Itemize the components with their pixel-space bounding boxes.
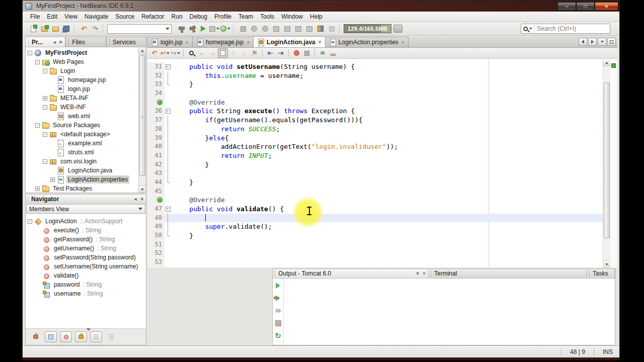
navigator-root-class[interactable]: -LoginAction :: ActionSupport: [26, 217, 146, 226]
menu-source[interactable]: Source: [112, 12, 138, 21]
comment-button[interactable]: ≋: [317, 48, 328, 58]
menu-profile[interactable]: Profile: [211, 12, 235, 21]
vcs-push-button[interactable]: [304, 24, 315, 34]
filter-non-public-button[interactable]: [75, 331, 87, 342]
scrollbar-thumb[interactable]: [604, 82, 610, 238]
code-line-38[interactable]: 38 return SUCCESS;: [147, 125, 603, 134]
tab-projects[interactable]: Pr... ◄ ✕: [25, 37, 65, 47]
tab-loginaction-java[interactable]: LoginAction.java×: [253, 36, 326, 47]
member-setusername-string-username[interactable]: setUsername(String username): [26, 262, 146, 271]
tab-files[interactable]: Files: [65, 37, 106, 47]
menu-view[interactable]: View: [61, 12, 81, 21]
code-line-47[interactable]: 47 public void validate() {: [147, 205, 603, 214]
pin-icon[interactable]: ◄: [133, 197, 138, 202]
forward-button[interactable]: ↪: [171, 48, 181, 58]
menu-file[interactable]: File: [27, 12, 43, 21]
tree-item-example-xml[interactable]: example.xml: [26, 139, 138, 148]
build-button[interactable]: [176, 24, 187, 34]
back-button[interactable]: ↩: [160, 48, 170, 58]
code-line-39[interactable]: 39 }else{: [147, 134, 603, 143]
filter-sort-alpha-button[interactable]: [90, 331, 102, 342]
member-username[interactable]: username : String: [26, 289, 146, 298]
undo-button[interactable]: ↶: [78, 24, 90, 34]
code-line-40[interactable]: 40 addActionError(getText("login.invalid…: [147, 142, 603, 151]
collapse-icon[interactable]: -: [43, 132, 47, 137]
code-line-51[interactable]: 51: [147, 240, 603, 249]
save-all-button[interactable]: [61, 24, 72, 34]
expand-icon[interactable]: +: [43, 96, 47, 101]
next-occurrence-button[interactable]: ↓: [239, 48, 249, 58]
collapse-icon[interactable]: -: [43, 105, 47, 110]
last-edit-button[interactable]: ↶: [149, 48, 159, 58]
menu-help[interactable]: Help: [306, 12, 326, 21]
close-tab-icon[interactable]: ×: [186, 40, 189, 45]
member-getpassword[interactable]: getPassword() : String: [26, 235, 146, 244]
clean-build-button[interactable]: [187, 24, 198, 34]
toggle-bookmark-button[interactable]: ⚑: [250, 48, 260, 58]
scrollbar-thumb[interactable]: [139, 55, 145, 176]
new-project-button[interactable]: [39, 24, 50, 34]
close-tab-icon[interactable]: ×: [247, 40, 250, 45]
start-macro-button[interactable]: [291, 48, 301, 58]
pin-icon[interactable]: ◄: [52, 40, 57, 45]
tab-homepage-jsp[interactable]: homepage.jsp×: [192, 37, 254, 47]
debug-project-button[interactable]: [209, 24, 220, 34]
tree-item-meta-inf[interactable]: +META-INF: [26, 94, 138, 103]
tree-item-com-visi-login[interactable]: -com.visi.login: [26, 157, 138, 166]
menu-edit[interactable]: Edit: [43, 12, 61, 21]
close-icon[interactable]: ✕: [140, 197, 144, 202]
member-validate[interactable]: validate(): [26, 271, 146, 280]
sort-by-source-button[interactable]: [105, 331, 117, 342]
close-icon[interactable]: ✕: [59, 40, 63, 45]
collapse-icon[interactable]: -: [35, 60, 40, 64]
run-project-button[interactable]: [198, 24, 209, 34]
vcs-commit-button[interactable]: [293, 24, 304, 34]
code-line-42[interactable]: 42 }: [147, 160, 603, 169]
profile-project-button[interactable]: [220, 24, 231, 34]
filter-fields-button[interactable]: [45, 331, 57, 342]
projects-scrollbar[interactable]: [138, 47, 146, 193]
debugger-pause-button[interactable]: [249, 24, 260, 34]
tab-services[interactable]: Services: [106, 37, 146, 47]
collapse-icon[interactable]: -: [28, 51, 32, 55]
close-tab-icon[interactable]: ×: [401, 40, 405, 45]
scroll-tabs-left-button[interactable]: [579, 38, 587, 46]
tree-item-loginaction-properties[interactable]: +LoginAction.properties: [26, 175, 138, 184]
find-previous-button[interactable]: ←: [197, 48, 207, 58]
tab-terminal[interactable]: Terminal: [429, 269, 587, 278]
tree-item-test-packages[interactable]: +Test Packages: [26, 184, 138, 193]
collapse-icon[interactable]: -: [35, 123, 40, 128]
member-getusername[interactable]: getUsername() : String: [26, 244, 146, 253]
tree-item-homepage-jsp[interactable]: homepage.jsp: [26, 75, 138, 84]
tree-item-web-xml[interactable]: web.xml: [26, 112, 138, 121]
code-line-49[interactable]: 49 super.validate();: [147, 222, 603, 231]
tree-item-web-pages[interactable]: -Web Pages: [26, 57, 138, 66]
menu-refactor[interactable]: Refactor: [138, 12, 168, 21]
tree-item-default-package[interactable]: -<default package>: [26, 130, 138, 139]
stop-macro-button[interactable]: [302, 48, 312, 58]
search-input[interactable]: [534, 25, 616, 33]
menu-team[interactable]: Team: [235, 12, 257, 21]
shift-right-button[interactable]: ⇥: [276, 48, 286, 58]
code-line-53[interactable]: 53: [147, 258, 603, 267]
scroll-down-icon[interactable]: [603, 260, 610, 267]
debug-server-button[interactable]: [274, 307, 282, 315]
code-line-45[interactable]: 45: [147, 187, 603, 196]
navigator-header[interactable]: Navigator ◄ ✕: [26, 195, 146, 204]
collapse-icon[interactable]: -: [43, 69, 47, 73]
code-line-34[interactable]: 34: [147, 89, 603, 98]
collapse-icon[interactable]: -: [43, 159, 47, 164]
menu-debug[interactable]: Debug: [186, 12, 211, 21]
member-execute[interactable]: execute() : String: [26, 226, 146, 235]
close-icon[interactable]: ✕: [422, 271, 426, 276]
connect-button[interactable]: [326, 24, 337, 34]
refresh-button[interactable]: ↻: [274, 332, 282, 340]
vcs-checkout-button[interactable]: [282, 24, 293, 34]
restart-server-button[interactable]: [274, 294, 282, 302]
fold-mark[interactable]: [165, 62, 172, 71]
shift-left-button[interactable]: ⇤: [265, 48, 275, 58]
rerun-server-button[interactable]: [274, 282, 282, 290]
scroll-up-icon[interactable]: [603, 59, 610, 66]
tab-loginaction-properties[interactable]: LoginAction.properties×: [325, 37, 409, 47]
tab-list-button[interactable]: [598, 38, 606, 46]
